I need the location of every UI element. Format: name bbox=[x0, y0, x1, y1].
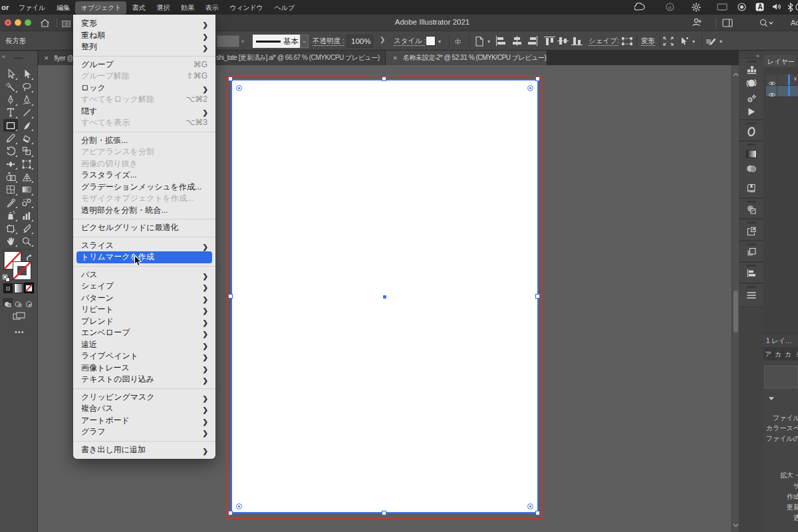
align-top-icon[interactable] bbox=[544, 36, 555, 47]
zoom-tool[interactable] bbox=[19, 235, 34, 247]
menu-item-整列[interactable]: 整列❯ bbox=[73, 41, 215, 53]
selection-handle[interactable] bbox=[228, 76, 233, 81]
panel-group-drag-handle[interactable] bbox=[747, 61, 756, 63]
clock-icon[interactable] bbox=[794, 3, 798, 11]
menu-item-遠近[interactable]: 遠近❯ bbox=[73, 339, 215, 351]
selection-handle[interactable] bbox=[228, 294, 233, 299]
align-icon[interactable] bbox=[746, 269, 756, 281]
draw-normal-mode-button[interactable] bbox=[3, 298, 13, 307]
export-icon[interactable] bbox=[746, 227, 756, 239]
menu-item-ブレンド[interactable]: ブレンド❯ bbox=[73, 316, 215, 328]
panel-group-drag-handle[interactable] bbox=[747, 286, 756, 288]
vertical-scrollbar[interactable] bbox=[732, 65, 739, 532]
recolor-artwork-icon[interactable] bbox=[454, 37, 462, 47]
stroke-color-proxy[interactable] bbox=[13, 261, 31, 280]
menu-item-グループ[interactable]: グループ⌘G bbox=[73, 59, 215, 71]
eyedropper-tool[interactable] bbox=[3, 196, 18, 209]
menu-item-リピート[interactable]: リピート❯ bbox=[73, 304, 215, 316]
panel-group-drag-handle[interactable] bbox=[747, 265, 756, 267]
select-similar-chevron-icon[interactable]: ▾ bbox=[692, 39, 695, 45]
swap-fill-stroke-icon[interactable] bbox=[26, 251, 33, 263]
symbol-sprayer-tool[interactable] bbox=[3, 209, 18, 222]
magic-wand-tool[interactable] bbox=[3, 80, 18, 93]
artboards-icon[interactable] bbox=[746, 247, 756, 259]
selection-handle[interactable] bbox=[382, 511, 386, 515]
column-graph-tool[interactable] bbox=[19, 209, 34, 222]
transparency-icon[interactable] bbox=[746, 164, 757, 176]
pencil-tool[interactable] bbox=[3, 132, 18, 145]
type-tool[interactable] bbox=[3, 106, 18, 119]
close-button[interactable] bbox=[5, 19, 11, 26]
selection-tool[interactable] bbox=[3, 68, 18, 80]
menu-item-複合パス[interactable]: 複合パス❯ bbox=[73, 403, 215, 415]
docked-panel-tab-4[interactable]: ミ bbox=[793, 347, 798, 360]
more-tools-icon[interactable]: ••• bbox=[15, 328, 25, 336]
menu-item-エンベロープ[interactable]: エンベロープ❯ bbox=[73, 327, 215, 339]
paintbrush-tool[interactable] bbox=[19, 119, 34, 132]
screen-record-icon[interactable] bbox=[736, 3, 747, 11]
stroke-color-chevron-icon[interactable]: ▾ bbox=[241, 39, 244, 45]
transform-label[interactable]: 変形 bbox=[641, 37, 655, 46]
panel-group-drag-handle[interactable] bbox=[747, 122, 756, 124]
layer-row-2[interactable] bbox=[766, 86, 798, 97]
docked-panel-tab-1[interactable]: ア bbox=[763, 347, 773, 360]
input-source-icon[interactable]: A bbox=[754, 3, 765, 11]
align-middle-icon[interactable] bbox=[557, 36, 569, 47]
arrange-documents-icon[interactable] bbox=[61, 19, 71, 31]
docked-panel-tab-3[interactable]: カ bbox=[783, 347, 793, 360]
shape-mode-icon[interactable] bbox=[706, 37, 717, 47]
menu-item-書き出し用に追加[interactable]: 書き出し用に追加❯ bbox=[73, 444, 215, 456]
mesh-tool[interactable] bbox=[3, 184, 18, 196]
menu-item-透明部分を分割・統合[interactable]: 透明部分を分割・統合... bbox=[73, 205, 215, 217]
rotate-tool[interactable] bbox=[3, 145, 18, 158]
menu-item-分割・拡張[interactable]: 分割・拡張... bbox=[73, 135, 215, 147]
menu-item-テキストの回り込み[interactable]: テキストの回り込み❯ bbox=[73, 374, 215, 386]
menu-item-ピクセルグリッドに最適化[interactable]: ピクセルグリッドに最適化 bbox=[73, 222, 215, 234]
panel-group-drag-handle[interactable] bbox=[747, 201, 756, 203]
shape-bbox-icon[interactable] bbox=[621, 37, 633, 47]
menu-ヘルプ[interactable]: ヘルプ bbox=[269, 1, 300, 15]
layer-row-1[interactable]: ∨ bbox=[766, 74, 798, 86]
graphic-styles-icon[interactable] bbox=[746, 184, 756, 196]
selection-handle[interactable] bbox=[535, 511, 540, 515]
style-swatch[interactable] bbox=[426, 36, 436, 46]
menu-item-画像トレース[interactable]: 画像トレース❯ bbox=[73, 362, 215, 374]
live-corner-widget[interactable] bbox=[527, 85, 533, 91]
sync-disabled-icon[interactable]: d bbox=[664, 3, 676, 11]
color-mode-button[interactable] bbox=[3, 283, 13, 293]
menu-編集[interactable]: 編集 bbox=[51, 1, 76, 15]
shape-mode-chevron-icon[interactable]: ▾ bbox=[720, 39, 722, 45]
layer-visibility-eye-icon[interactable] bbox=[768, 88, 776, 100]
tab-close-icon[interactable]: × bbox=[45, 54, 49, 62]
selection-handle[interactable] bbox=[535, 76, 540, 81]
style-chevron-icon[interactable]: ▾ bbox=[438, 39, 441, 45]
live-corner-widget[interactable] bbox=[527, 503, 533, 509]
link-info-expander-icon[interactable] bbox=[769, 397, 774, 400]
libraries-icon[interactable] bbox=[746, 65, 757, 77]
perspective-grid-tool[interactable] bbox=[19, 171, 34, 184]
menu-item-ラスタライズ[interactable]: ラスタライズ... bbox=[73, 170, 215, 182]
selection-handle[interactable] bbox=[535, 294, 540, 299]
menu-item-パターン[interactable]: パターン❯ bbox=[73, 293, 215, 305]
zoom-button[interactable] bbox=[25, 19, 31, 26]
draw-behind-mode-button[interactable] bbox=[13, 298, 23, 307]
search-icon[interactable] bbox=[759, 18, 774, 30]
none-mode-button[interactable] bbox=[24, 283, 34, 293]
menu-item-トリムマークを作成[interactable]: トリムマークを作成 bbox=[76, 251, 212, 263]
menu-オブジェクト[interactable]: オブジェクト bbox=[75, 1, 126, 15]
menu-ウィンドウ[interactable]: ウィンドウ bbox=[224, 1, 269, 15]
menu-効果[interactable]: 効果 bbox=[176, 1, 200, 15]
color-icon[interactable] bbox=[746, 78, 757, 91]
align-right-icon[interactable] bbox=[527, 36, 538, 47]
panel-group-drag-handle[interactable] bbox=[747, 144, 756, 146]
tab-layers[interactable]: レイヤー bbox=[763, 55, 796, 67]
menu-item-ロック[interactable]: ロック❯ bbox=[73, 82, 215, 94]
stroke-style-dropdown[interactable]: 基本 bbox=[253, 35, 300, 48]
select-similar-icon[interactable] bbox=[679, 37, 689, 47]
rectangle-tool[interactable] bbox=[3, 119, 18, 132]
tab-close-icon[interactable]: × bbox=[393, 54, 397, 62]
appearance-icon[interactable] bbox=[746, 290, 756, 302]
isolate-selection-icon[interactable] bbox=[663, 37, 674, 47]
menu-item-重ね順[interactable]: 重ね順❯ bbox=[73, 30, 215, 42]
menu-item-スライス[interactable]: スライス❯ bbox=[73, 240, 215, 252]
